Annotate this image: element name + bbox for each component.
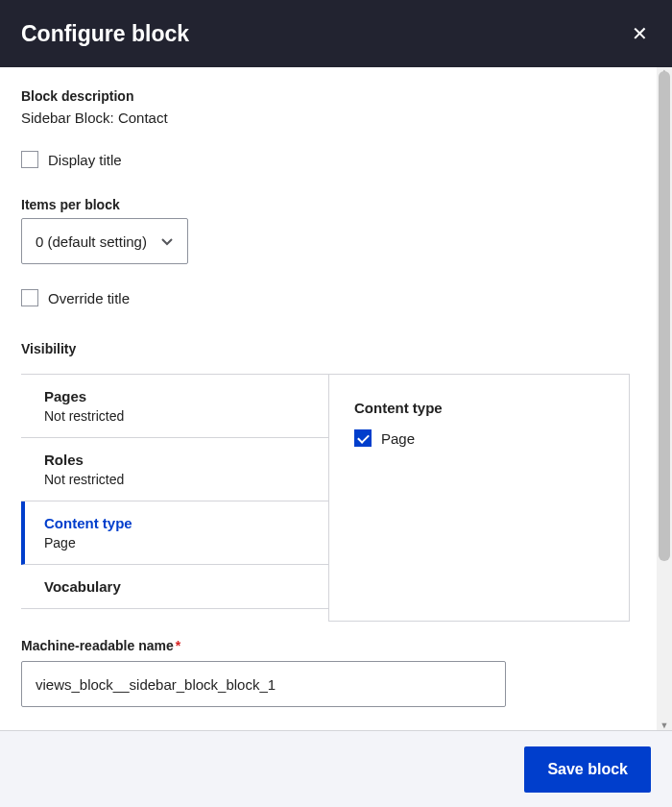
machine-name-label: Machine-readable name	[21, 638, 174, 653]
override-title-row: Override title	[21, 289, 651, 306]
vis-tab-title: Content type	[44, 515, 328, 531]
vis-tab-pages[interactable]: Pages Not restricted	[21, 374, 328, 438]
vis-tab-subtitle: Not restricted	[44, 408, 328, 424]
visibility-panel-heading: Content type	[354, 400, 604, 416]
visibility-tabs: Pages Not restricted Roles Not restricte…	[21, 374, 328, 609]
visibility-heading: Visibility	[21, 341, 651, 356]
vis-tab-roles[interactable]: Roles Not restricted	[21, 438, 328, 501]
vis-tab-subtitle: Not restricted	[44, 472, 328, 487]
required-mark: *	[176, 638, 180, 653]
vis-tab-subtitle: Page	[44, 535, 328, 550]
vis-tab-content-type[interactable]: Content type Page	[21, 501, 328, 565]
modal-header: Configure block ✕	[0, 0, 672, 67]
items-per-block-label: Items per block	[21, 197, 651, 212]
vis-tab-title: Pages	[44, 388, 328, 404]
machine-name-label-row: Machine-readable name *	[21, 638, 651, 653]
display-title-label: Display title	[48, 152, 122, 168]
override-title-label: Override title	[48, 290, 130, 306]
scrollbar-thumb[interactable]	[659, 71, 670, 561]
scrollbar-track[interactable]: ▲ ▼	[657, 67, 672, 730]
modal-title: Configure block	[21, 21, 189, 47]
display-title-row: Display title	[21, 151, 651, 168]
items-per-block-selected: 0 (default setting)	[36, 233, 147, 250]
save-block-button[interactable]: Save block	[524, 746, 651, 793]
items-per-block-wrap: 0 (default setting)	[21, 218, 651, 264]
vis-tab-title: Roles	[44, 452, 328, 468]
block-description-value: Sidebar Block: Contact	[21, 110, 651, 126]
override-title-checkbox[interactable]	[21, 289, 38, 306]
display-title-checkbox[interactable]	[21, 151, 38, 168]
visibility-container: Pages Not restricted Roles Not restricte…	[21, 374, 651, 609]
close-button[interactable]: ✕	[628, 22, 651, 45]
page-option-label: Page	[381, 430, 415, 447]
machine-name-input[interactable]	[21, 661, 506, 707]
modal-body: Block description Sidebar Block: Contact…	[0, 67, 672, 730]
visibility-panel-option: Page	[354, 429, 604, 447]
vis-tab-vocabulary[interactable]: Vocabulary	[21, 565, 328, 609]
visibility-panel: Content type Page	[328, 374, 630, 622]
items-per-block-select[interactable]: 0 (default setting)	[21, 218, 188, 264]
chevron-down-icon	[160, 234, 174, 248]
block-description-label: Block description	[21, 88, 651, 104]
close-icon: ✕	[632, 22, 648, 45]
vis-tab-title: Vocabulary	[44, 578, 328, 595]
page-option-checkbox[interactable]	[354, 429, 372, 447]
modal-footer: Save block	[0, 730, 672, 807]
